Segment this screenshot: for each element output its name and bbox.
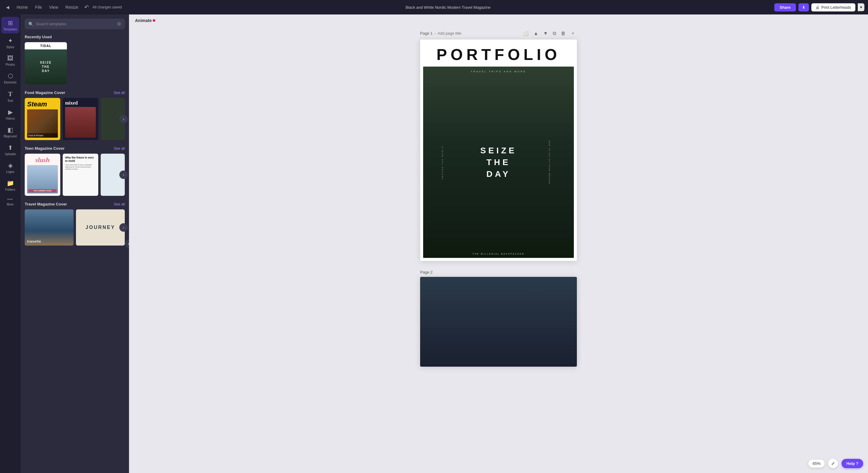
food-section-header: Food Magazine Cover See all (25, 90, 125, 95)
teen-next-arrow[interactable]: › (119, 170, 128, 179)
share-button[interactable]: Share (774, 3, 796, 11)
page1-frame-btn[interactable]: ⬜ (521, 30, 530, 37)
travel-see-all[interactable]: See all (114, 202, 125, 207)
help-button[interactable]: Help ? (841, 459, 863, 468)
filter-icon[interactable]: ⚙ (117, 21, 121, 27)
sidebar-item-logos[interactable]: ◈ Logos (1, 159, 19, 176)
search-box[interactable]: 🔍 ⚙ (25, 19, 125, 29)
videos-icon: ▶ (8, 108, 13, 116)
styles-label: Styles (6, 45, 14, 49)
seize-line1: SEIZE (480, 145, 517, 156)
page1-delete-btn[interactable]: 🗑 (559, 30, 567, 37)
page2-content (420, 277, 577, 366)
page1-down-btn[interactable]: ▼ (541, 30, 550, 37)
templates-panel: 🔍 ⚙ Recently Used TIDAL SEIZETHEDAY Fo (21, 14, 129, 473)
canvas-scroll[interactable]: Page 1 - ⬜ ▲ ▼ ⧉ 🗑 ＋ PORT (129, 27, 868, 473)
print-chevron[interactable]: ▾ (858, 3, 864, 11)
teen-see-all[interactable]: See all (114, 147, 125, 151)
text-icon: T (8, 90, 13, 98)
logos-label: Logos (6, 170, 14, 174)
icon-sidebar: ⊞ Templates ✦ Styles 🖼 Photos ⬡ Elements… (0, 14, 21, 473)
food-next-arrow[interactable]: › (119, 115, 128, 123)
page1-title-input[interactable] (438, 31, 488, 36)
templates-header: 🔍 ⚙ (21, 14, 129, 32)
save-status: All changes saved (93, 5, 122, 9)
seize-line2: THE (480, 156, 517, 168)
animate-button[interactable]: Animate (135, 18, 155, 23)
travel-template-grid: travelle JOURNEY › (25, 210, 125, 246)
more-icon: ••• (7, 197, 13, 201)
styles-icon: ✦ (8, 37, 13, 44)
text-label: Text (7, 99, 13, 102)
page1-separator: - (434, 31, 435, 36)
sidebar-item-folders[interactable]: 📁 Folders (1, 177, 19, 194)
page2-label-row: Page 2 (420, 267, 577, 277)
sidebar-item-templates[interactable]: ⊞ Templates (1, 17, 19, 33)
undo-button[interactable]: ↶ (83, 3, 90, 12)
travel-card-travelle[interactable]: travelle (25, 210, 73, 246)
page1-up-btn[interactable]: ▲ (532, 30, 540, 37)
page1-container: Page 1 - ⬜ ▲ ▼ ⧉ 🗑 ＋ PORT (420, 27, 577, 261)
food-see-all[interactable]: See all (114, 91, 125, 95)
view-menu[interactable]: View (47, 4, 61, 11)
travel-magazine-section: Travel Magazine Cover See all travelle J… (25, 202, 125, 246)
mini-mag-seize-text: SEIZETHEDAY (40, 61, 52, 73)
expand-button[interactable]: ⤢ (828, 459, 838, 468)
travel-journey-title: JOURNEY (86, 225, 115, 230)
download-button[interactable]: ⬇ (798, 3, 809, 11)
sidebar-item-bkground[interactable]: ◧ Bkground (1, 124, 19, 140)
topbar: ◀ Home File View Resize ↶ All changes sa… (0, 0, 868, 14)
print-button[interactable]: 🖨 Print Letterheads (811, 3, 855, 11)
mini-mag-image: SEIZETHEDAY (25, 50, 67, 84)
food-card-steam[interactable]: Steam Food & Recipes (25, 98, 60, 140)
file-menu[interactable]: File (33, 4, 44, 11)
food-steam-title: Steam (27, 100, 58, 108)
animate-dot (153, 19, 155, 22)
travel-next-arrow[interactable]: › (119, 223, 128, 232)
logos-icon: ◈ (8, 162, 13, 169)
food-card-mixed[interactable]: mixed (63, 98, 98, 140)
seize-line3: DAY (480, 168, 517, 180)
videos-label: Videos (6, 117, 15, 120)
folders-label: Folders (5, 188, 15, 191)
sidebar-item-uploads[interactable]: ⬆ Uploads (1, 141, 19, 158)
home-button[interactable]: Home (14, 4, 30, 11)
page1-controls: ⬜ ▲ ▼ ⧉ 🗑 ＋ (521, 30, 577, 37)
magazine-image[interactable]: TRAVEL TRIPS AND MORE AROUND THE WORLD S… (423, 67, 574, 258)
zoom-display: 65% (808, 460, 825, 468)
portfolio-title: PORTFOLIO (420, 39, 577, 67)
photos-label: Photos (5, 63, 15, 66)
sidebar-item-text[interactable]: T Text (1, 88, 19, 105)
page1-canvas[interactable]: PORTFOLIO TRAVEL TRIPS AND MORE AROUND T… (420, 39, 577, 261)
templates-icon: ⊞ (8, 19, 13, 27)
recently-used-card[interactable]: TIDAL SEIZETHEDAY (25, 42, 67, 84)
teen-card-future[interactable]: Why the future is ours to mold Lorem ips… (63, 154, 98, 196)
sidebar-item-styles[interactable]: ✦ Styles (1, 35, 19, 51)
teen-template-grid: slush THE SUMMER ISSUE Why the future is… (25, 154, 125, 196)
search-input[interactable] (36, 22, 115, 26)
page2-canvas[interactable] (420, 277, 577, 366)
page1-add-btn[interactable]: ＋ (569, 30, 577, 37)
teen-section-header: Teen Magazine Cover See all (25, 146, 125, 151)
back-button[interactable]: ◀ (4, 4, 12, 11)
page2-label: Page 2 (420, 270, 433, 275)
page1-copy-btn[interactable]: ⧉ (551, 30, 558, 37)
travel-card-journey[interactable]: JOURNEY (76, 210, 125, 246)
sidebar-item-videos[interactable]: ▶ Videos (1, 106, 19, 123)
page1-content: PORTFOLIO TRAVEL TRIPS AND MORE AROUND T… (420, 39, 577, 261)
sidebar-item-photos[interactable]: 🖼 Photos (1, 53, 19, 69)
teen-future-headline: Why the future is ours to mold (65, 156, 96, 163)
teen-card-slush[interactable]: slush THE SUMMER ISSUE (25, 154, 60, 196)
search-icon: 🔍 (28, 22, 33, 27)
templates-scroll[interactable]: Recently Used TIDAL SEIZETHEDAY Food Mag… (21, 32, 129, 473)
food-magazine-section: Food Magazine Cover See all Steam Food &… (25, 90, 125, 140)
teen-slush-badge: THE SUMMER ISSUE (28, 189, 57, 192)
food-steam-overlay: Food & Recipes (27, 133, 58, 138)
magazine-left-text: AROUND THE WORLD (441, 146, 443, 179)
teen-section-title: Teen Magazine Cover (25, 146, 64, 151)
sidebar-item-elements[interactable]: ⬡ Elements (1, 70, 19, 87)
topbar-right: Share ⬇ 🖨 Print Letterheads ▾ (774, 3, 864, 11)
sidebar-item-more[interactable]: ••• More (1, 195, 19, 209)
resize-menu[interactable]: Resize (63, 4, 81, 11)
mini-mag-title: TIDAL (25, 42, 67, 50)
